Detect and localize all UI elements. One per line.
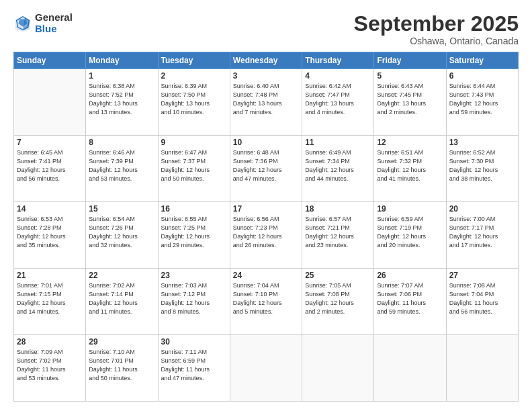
calendar-cell: 1Sunrise: 6:38 AM Sunset: 7:52 PM Daylig… bbox=[86, 69, 158, 136]
calendar-cell: 9Sunrise: 6:47 AM Sunset: 7:37 PM Daylig… bbox=[158, 136, 230, 202]
calendar-cell: 27Sunrise: 7:08 AM Sunset: 7:04 PM Dayli… bbox=[446, 269, 518, 335]
calendar-cell: 7Sunrise: 6:45 AM Sunset: 7:41 PM Daylig… bbox=[14, 136, 86, 202]
day-info: Sunrise: 6:57 AM Sunset: 7:21 PM Dayligh… bbox=[305, 215, 371, 250]
day-info: Sunrise: 7:09 AM Sunset: 7:02 PM Dayligh… bbox=[17, 348, 83, 383]
calendar-cell: 17Sunrise: 6:56 AM Sunset: 7:23 PM Dayli… bbox=[230, 202, 302, 269]
calendar-page: General Blue September 2025 Oshawa, Onta… bbox=[0, 0, 532, 411]
day-info: Sunrise: 6:47 AM Sunset: 7:37 PM Dayligh… bbox=[161, 148, 227, 183]
day-info: Sunrise: 7:11 AM Sunset: 6:59 PM Dayligh… bbox=[161, 348, 227, 383]
header-tuesday: Tuesday bbox=[158, 52, 230, 69]
day-number: 4 bbox=[305, 71, 371, 81]
calendar-cell: 21Sunrise: 7:01 AM Sunset: 7:15 PM Dayli… bbox=[14, 269, 86, 335]
day-number: 7 bbox=[17, 138, 83, 147]
calendar-cell: 26Sunrise: 7:07 AM Sunset: 7:06 PM Dayli… bbox=[374, 269, 446, 335]
day-number: 27 bbox=[449, 271, 515, 280]
day-number: 19 bbox=[377, 204, 443, 214]
day-info: Sunrise: 6:55 AM Sunset: 7:25 PM Dayligh… bbox=[161, 215, 227, 250]
calendar-week-0: 1Sunrise: 6:38 AM Sunset: 7:52 PM Daylig… bbox=[14, 69, 519, 136]
day-info: Sunrise: 6:45 AM Sunset: 7:41 PM Dayligh… bbox=[17, 148, 83, 183]
day-info: Sunrise: 6:46 AM Sunset: 7:39 PM Dayligh… bbox=[89, 148, 154, 183]
calendar-cell: 10Sunrise: 6:48 AM Sunset: 7:36 PM Dayli… bbox=[230, 136, 302, 202]
day-number: 11 bbox=[305, 138, 371, 147]
day-info: Sunrise: 7:01 AM Sunset: 7:15 PM Dayligh… bbox=[17, 281, 83, 316]
day-number: 6 bbox=[449, 71, 515, 81]
logo: General Blue bbox=[13, 12, 73, 34]
day-number: 30 bbox=[161, 337, 227, 347]
calendar-cell: 29Sunrise: 7:10 AM Sunset: 7:01 PM Dayli… bbox=[86, 335, 158, 402]
day-info: Sunrise: 7:02 AM Sunset: 7:14 PM Dayligh… bbox=[89, 281, 154, 316]
calendar-cell: 18Sunrise: 6:57 AM Sunset: 7:21 PM Dayli… bbox=[302, 202, 374, 269]
calendar-cell bbox=[374, 335, 446, 402]
day-number: 15 bbox=[89, 204, 154, 214]
logo-icon bbox=[13, 14, 32, 33]
calendar-cell: 11Sunrise: 6:49 AM Sunset: 7:34 PM Dayli… bbox=[302, 136, 374, 202]
header-thursday: Thursday bbox=[302, 52, 374, 69]
day-number: 13 bbox=[449, 138, 515, 147]
logo-text: General Blue bbox=[35, 12, 73, 34]
title-location: Oshawa, Ontario, Canada bbox=[354, 36, 519, 46]
calendar-cell: 23Sunrise: 7:03 AM Sunset: 7:12 PM Dayli… bbox=[158, 269, 230, 335]
day-info: Sunrise: 6:48 AM Sunset: 7:36 PM Dayligh… bbox=[233, 148, 299, 183]
calendar-cell: 12Sunrise: 6:51 AM Sunset: 7:32 PM Dayli… bbox=[374, 136, 446, 202]
day-info: Sunrise: 7:04 AM Sunset: 7:10 PM Dayligh… bbox=[233, 281, 299, 316]
day-number: 24 bbox=[233, 271, 299, 280]
day-number: 10 bbox=[233, 138, 299, 147]
calendar-cell: 22Sunrise: 7:02 AM Sunset: 7:14 PM Dayli… bbox=[86, 269, 158, 335]
calendar-week-2: 14Sunrise: 6:53 AM Sunset: 7:28 PM Dayli… bbox=[14, 202, 519, 269]
calendar-cell: 25Sunrise: 7:05 AM Sunset: 7:08 PM Dayli… bbox=[302, 269, 374, 335]
day-number: 5 bbox=[377, 71, 443, 81]
title-month: September 2025 bbox=[354, 12, 519, 36]
day-info: Sunrise: 6:59 AM Sunset: 7:19 PM Dayligh… bbox=[377, 215, 443, 250]
day-number: 9 bbox=[161, 138, 227, 147]
day-number: 8 bbox=[89, 138, 154, 147]
calendar-week-3: 21Sunrise: 7:01 AM Sunset: 7:15 PM Dayli… bbox=[14, 269, 519, 335]
calendar-cell: 6Sunrise: 6:44 AM Sunset: 7:43 PM Daylig… bbox=[446, 69, 518, 136]
day-info: Sunrise: 7:07 AM Sunset: 7:06 PM Dayligh… bbox=[377, 281, 443, 316]
day-number: 1 bbox=[89, 71, 154, 81]
calendar-cell: 8Sunrise: 6:46 AM Sunset: 7:39 PM Daylig… bbox=[86, 136, 158, 202]
calendar-cell bbox=[230, 335, 302, 402]
calendar-cell: 15Sunrise: 6:54 AM Sunset: 7:26 PM Dayli… bbox=[86, 202, 158, 269]
day-number: 29 bbox=[89, 337, 154, 347]
calendar-cell bbox=[446, 335, 518, 402]
day-number: 25 bbox=[305, 271, 371, 280]
calendar-cell: 20Sunrise: 7:00 AM Sunset: 7:17 PM Dayli… bbox=[446, 202, 518, 269]
day-number: 18 bbox=[305, 204, 371, 214]
day-number: 3 bbox=[233, 71, 299, 81]
day-number: 23 bbox=[161, 271, 227, 280]
day-info: Sunrise: 6:54 AM Sunset: 7:26 PM Dayligh… bbox=[89, 215, 154, 250]
header-sunday: Sunday bbox=[14, 52, 86, 69]
title-block: September 2025 Oshawa, Ontario, Canada bbox=[354, 12, 519, 46]
day-number: 12 bbox=[377, 138, 443, 147]
day-number: 28 bbox=[17, 337, 83, 347]
day-number: 17 bbox=[233, 204, 299, 214]
logo-blue-text: Blue bbox=[35, 24, 73, 35]
day-number: 21 bbox=[17, 271, 83, 280]
calendar-cell: 2Sunrise: 6:39 AM Sunset: 7:50 PM Daylig… bbox=[158, 69, 230, 136]
day-info: Sunrise: 7:10 AM Sunset: 7:01 PM Dayligh… bbox=[89, 348, 154, 383]
day-info: Sunrise: 6:52 AM Sunset: 7:30 PM Dayligh… bbox=[449, 148, 515, 183]
day-info: Sunrise: 6:44 AM Sunset: 7:43 PM Dayligh… bbox=[449, 82, 515, 117]
calendar-header-row: Sunday Monday Tuesday Wednesday Thursday… bbox=[14, 52, 519, 69]
header: General Blue September 2025 Oshawa, Onta… bbox=[13, 12, 519, 46]
day-number: 2 bbox=[161, 71, 227, 81]
calendar-cell bbox=[14, 69, 86, 136]
day-number: 26 bbox=[377, 271, 443, 280]
calendar-cell: 24Sunrise: 7:04 AM Sunset: 7:10 PM Dayli… bbox=[230, 269, 302, 335]
calendar-cell: 14Sunrise: 6:53 AM Sunset: 7:28 PM Dayli… bbox=[14, 202, 86, 269]
day-info: Sunrise: 7:08 AM Sunset: 7:04 PM Dayligh… bbox=[449, 281, 515, 316]
calendar-cell: 4Sunrise: 6:42 AM Sunset: 7:47 PM Daylig… bbox=[302, 69, 374, 136]
day-info: Sunrise: 6:56 AM Sunset: 7:23 PM Dayligh… bbox=[233, 215, 299, 250]
day-number: 14 bbox=[17, 204, 83, 214]
header-friday: Friday bbox=[374, 52, 446, 69]
header-saturday: Saturday bbox=[446, 52, 518, 69]
calendar-table: Sunday Monday Tuesday Wednesday Thursday… bbox=[13, 52, 519, 402]
day-info: Sunrise: 6:39 AM Sunset: 7:50 PM Dayligh… bbox=[161, 82, 227, 117]
day-info: Sunrise: 6:49 AM Sunset: 7:34 PM Dayligh… bbox=[305, 148, 371, 183]
header-monday: Monday bbox=[86, 52, 158, 69]
calendar-cell bbox=[302, 335, 374, 402]
logo-general-text: General bbox=[35, 12, 73, 24]
header-wednesday: Wednesday bbox=[230, 52, 302, 69]
day-info: Sunrise: 6:53 AM Sunset: 7:28 PM Dayligh… bbox=[17, 215, 83, 250]
day-info: Sunrise: 7:00 AM Sunset: 7:17 PM Dayligh… bbox=[449, 215, 515, 250]
